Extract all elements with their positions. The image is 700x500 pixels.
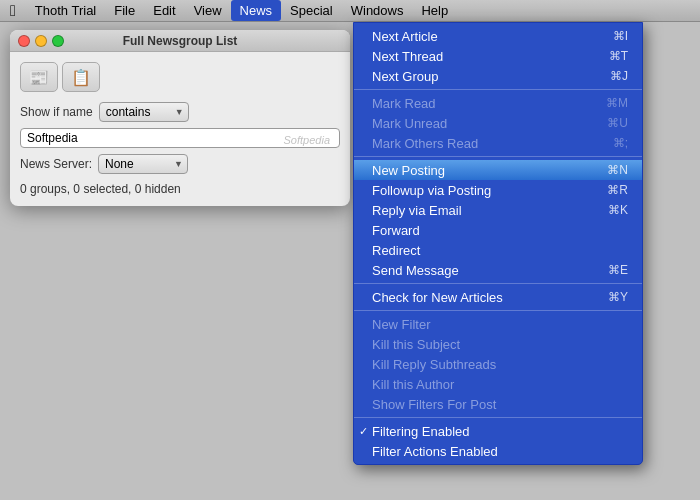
menu-send-message[interactable]: Send Message ⌘E <box>354 260 642 280</box>
toolbar-btn-1[interactable]: 📰 <box>20 62 58 92</box>
menu-help[interactable]: Help <box>412 0 457 21</box>
menu-forward-label: Forward <box>372 223 420 238</box>
server-select[interactable]: None ▼ <box>98 154 188 174</box>
maximize-button[interactable] <box>52 35 64 47</box>
menu-reply-email[interactable]: Reply via Email ⌘K <box>354 200 642 220</box>
menu-followup-posting-shortcut: ⌘R <box>607 183 628 197</box>
filter-select[interactable]: contains ▼ <box>99 102 189 122</box>
menu-filter-actions-enabled-label: Filter Actions Enabled <box>372 444 498 459</box>
close-button[interactable] <box>18 35 30 47</box>
minimize-button[interactable] <box>35 35 47 47</box>
menu-filtering-enabled[interactable]: ✓ Filtering Enabled <box>354 421 642 441</box>
menu-view[interactable]: View <box>185 0 231 21</box>
menubar:  Thoth Trial File Edit View News Specia… <box>0 0 700 22</box>
menu-edit[interactable]: Edit <box>144 0 184 21</box>
menu-kill-subthreads-label: Kill Reply Subthreads <box>372 357 496 372</box>
menu-next-article[interactable]: Next Article ⌘I <box>354 26 642 46</box>
menu-next-thread-label: Next Thread <box>372 49 443 64</box>
menu-kill-subject-label: Kill this Subject <box>372 337 460 352</box>
status-text: 0 groups, 0 selected, 0 hidden <box>20 182 340 196</box>
apple-menu[interactable]:  <box>0 0 26 21</box>
menu-show-filters-label: Show Filters For Post <box>372 397 496 412</box>
watermark: Softpedia <box>284 134 330 146</box>
menu-show-filters: Show Filters For Post <box>354 394 642 414</box>
separator-5 <box>354 417 642 418</box>
menu-new-posting-label: New Posting <box>372 163 445 178</box>
filter-label: Show if name <box>20 105 93 119</box>
menu-reply-email-shortcut: ⌘K <box>608 203 628 217</box>
menu-kill-subject: Kill this Subject <box>354 334 642 354</box>
menu-next-group-shortcut: ⌘J <box>610 69 628 83</box>
server-label: News Server: <box>20 157 92 171</box>
list-icon: 📋 <box>71 68 91 87</box>
menu-reply-email-label: Reply via Email <box>372 203 462 218</box>
menu-special[interactable]: Special <box>281 0 342 21</box>
menu-kill-author-label: Kill this Author <box>372 377 454 392</box>
menu-filtering-enabled-label: Filtering Enabled <box>372 424 470 439</box>
filter-select-value: contains <box>106 105 151 119</box>
menu-new-posting-shortcut: ⌘N <box>607 163 628 177</box>
server-row: News Server: None ▼ <box>20 154 340 174</box>
menu-redirect-label: Redirect <box>372 243 420 258</box>
menu-file[interactable]: File <box>105 0 144 21</box>
menu-mark-unread-label: Mark Unread <box>372 116 447 131</box>
toolbar-btn-2[interactable]: 📋 <box>62 62 100 92</box>
window-body: 📰 📋 Show if name contains ▼ News Server:… <box>10 52 350 206</box>
menu-mark-unread: Mark Unread ⌘U <box>354 113 642 133</box>
select-arrow-icon: ▼ <box>175 107 184 117</box>
separator-2 <box>354 156 642 157</box>
menu-new-filter: New Filter <box>354 314 642 334</box>
menu-followup-posting[interactable]: Followup via Posting ⌘R <box>354 180 642 200</box>
menu-next-article-label: Next Article <box>372 29 438 44</box>
menu-next-group-label: Next Group <box>372 69 438 84</box>
traffic-lights <box>18 35 64 47</box>
separator-4 <box>354 310 642 311</box>
titlebar: Full Newsgroup List <box>10 30 350 52</box>
server-arrow-icon: ▼ <box>174 159 183 169</box>
menu-send-message-label: Send Message <box>372 263 459 278</box>
menu-check-articles-label: Check for New Articles <box>372 290 503 305</box>
menu-next-article-shortcut: ⌘I <box>613 29 628 43</box>
menu-followup-posting-label: Followup via Posting <box>372 183 491 198</box>
menu-redirect[interactable]: Redirect <box>354 240 642 260</box>
server-select-value: None <box>105 157 134 171</box>
menu-forward[interactable]: Forward <box>354 220 642 240</box>
filter-row: Show if name contains ▼ <box>20 102 340 122</box>
menu-mark-others-read: Mark Others Read ⌘; <box>354 133 642 153</box>
toolbar: 📰 📋 <box>20 62 340 92</box>
menu-check-articles[interactable]: Check for New Articles ⌘Y <box>354 287 642 307</box>
newsgroup-window: Full Newsgroup List 📰 📋 Show if name con… <box>10 30 350 206</box>
menu-new-posting[interactable]: New Posting ⌘N <box>354 160 642 180</box>
menu-new-filter-label: New Filter <box>372 317 431 332</box>
menu-news[interactable]: News <box>231 0 282 21</box>
menu-kill-subthreads: Kill Reply Subthreads <box>354 354 642 374</box>
menu-windows[interactable]: Windows <box>342 0 413 21</box>
menu-next-thread[interactable]: Next Thread ⌘T <box>354 46 642 66</box>
newspaper-icon: 📰 <box>29 68 49 87</box>
window-title: Full Newsgroup List <box>123 34 238 48</box>
menu-send-message-shortcut: ⌘E <box>608 263 628 277</box>
menu-next-thread-shortcut: ⌘T <box>609 49 628 63</box>
menu-mark-read-label: Mark Read <box>372 96 436 111</box>
menu-mark-read: Mark Read ⌘M <box>354 93 642 113</box>
menu-mark-others-read-label: Mark Others Read <box>372 136 478 151</box>
menu-kill-author: Kill this Author <box>354 374 642 394</box>
separator-3 <box>354 283 642 284</box>
menu-next-group[interactable]: Next Group ⌘J <box>354 66 642 86</box>
menu-check-articles-shortcut: ⌘Y <box>608 290 628 304</box>
menu-thoth-trial[interactable]: Thoth Trial <box>26 0 105 21</box>
checkmark-icon: ✓ <box>359 425 368 438</box>
menu-filter-actions-enabled[interactable]: Filter Actions Enabled <box>354 441 642 461</box>
news-dropdown-menu: Next Article ⌘I Next Thread ⌘T Next Grou… <box>353 22 643 465</box>
menu-mark-unread-shortcut: ⌘U <box>607 116 628 130</box>
separator-1 <box>354 89 642 90</box>
menu-mark-others-read-shortcut: ⌘; <box>613 136 628 150</box>
menu-mark-read-shortcut: ⌘M <box>606 96 628 110</box>
